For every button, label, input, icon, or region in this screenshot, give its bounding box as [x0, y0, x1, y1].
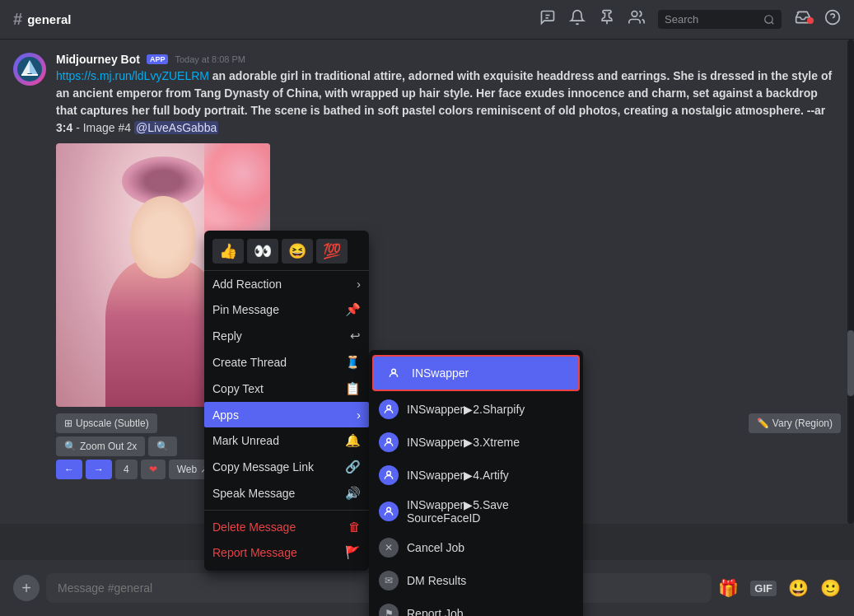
channel-name: # general	[13, 10, 71, 29]
context-copy-text[interactable]: Copy Text 📋	[204, 376, 369, 402]
add-reaction-arrow: ›	[357, 277, 361, 291]
heart-button[interactable]: ❤	[141, 460, 166, 479]
link-icon: 🔗	[345, 460, 361, 474]
submenu-inswapper-xtreme[interactable]: INSwapper▶3.Xtreme	[369, 426, 583, 459]
vary-region-icon: ✏️	[757, 418, 769, 429]
scrollbar[interactable]	[847, 40, 854, 524]
context-add-reaction[interactable]: Add Reaction ›	[204, 271, 369, 296]
help-icon[interactable]	[824, 9, 841, 30]
context-speak[interactable]: Speak Message 🔊	[204, 480, 369, 506]
submenu-dm-results[interactable]: ✉ DM Results	[369, 564, 583, 597]
report-message-label: Report Message	[212, 546, 345, 559]
upscale-subtle-icon: ⊞	[64, 418, 72, 429]
inbox-icon-wrap	[795, 9, 811, 30]
context-pin-message[interactable]: Pin Message 📌	[204, 296, 369, 323]
submenu-inswapper-savefaceid[interactable]: INSwapper▶5.Save SourceFaceID	[369, 492, 583, 531]
inswapper-xtreme-label: INSwapper▶3.Xtreme	[407, 436, 520, 449]
context-menu: 👍 👀 😆 💯 Add Reaction › Pin Message 📌 Rep…	[204, 231, 369, 571]
inswapper-icon	[384, 363, 404, 383]
speak-label: Speak Message	[212, 487, 345, 500]
mark-unread-label: Mark Unread	[212, 434, 345, 447]
upscale-subtle-button[interactable]: ⊞ Upscale (Subtle)	[56, 413, 157, 433]
reply-label: Reply	[212, 329, 350, 343]
vary-region-button[interactable]: ✏️ Vary (Region)	[749, 413, 841, 433]
message-link[interactable]: https://s.mj.run/ldLvyZUELRM	[56, 69, 209, 82]
zoom-out-button[interactable]: 🔍 Zoom Out 2x	[56, 436, 145, 456]
add-reaction-label: Add Reaction	[212, 278, 357, 291]
svg-point-3	[632, 12, 637, 17]
members-icon[interactable]	[628, 9, 645, 30]
context-divider	[204, 510, 369, 511]
bottom-icons: 🎁 GIF 😃 🙂	[718, 578, 841, 598]
message-text: https://s.mj.run/ldLvyZUELRM an adorable…	[56, 68, 841, 137]
svg-point-14	[387, 405, 391, 409]
submenu-inswapper[interactable]: INSwapper	[372, 355, 580, 391]
copy-text-label: Copy Text	[212, 382, 345, 395]
context-report-message[interactable]: Report Message 🚩	[204, 539, 369, 566]
reaction-laugh[interactable]: 😆	[282, 239, 313, 264]
apps-label: Apps	[212, 408, 357, 422]
app-badge: APP	[147, 54, 169, 64]
gif-icon[interactable]: GIF	[750, 581, 777, 596]
report-job-label: Report Job	[407, 607, 463, 616]
zoom-icon-small[interactable]: 🔍	[148, 436, 177, 456]
submenu-inswapper-artify[interactable]: INSwapper▶4.Artify	[369, 459, 583, 492]
submenu-report-job[interactable]: ⚑ Report Job	[369, 597, 583, 616]
cancel-job-icon: ✕	[379, 538, 399, 558]
inswapper-artify-icon	[379, 465, 399, 485]
context-apps[interactable]: Apps ›	[204, 402, 369, 427]
threads-icon[interactable]	[539, 9, 556, 30]
inswapper-savefaceid-icon	[379, 502, 399, 521]
reaction-100[interactable]: 💯	[316, 239, 348, 264]
gift-icon[interactable]: 🎁	[718, 578, 739, 598]
reply-icon: ↩	[350, 329, 361, 343]
timestamp: Today at 8:08 PM	[175, 54, 245, 64]
inswapper-label: INSwapper	[412, 366, 469, 380]
num-4-button[interactable]: 4	[115, 460, 138, 479]
sticker-icon[interactable]: 😃	[788, 578, 809, 598]
pin-icon-ctx: 📌	[345, 302, 361, 317]
context-copy-link[interactable]: Copy Message Link 🔗	[204, 454, 369, 480]
copy-icon: 📋	[345, 381, 361, 396]
cancel-job-label: Cancel Job	[407, 541, 464, 554]
pin-icon[interactable]	[599, 9, 615, 30]
reaction-bar: 👍 👀 😆 💯	[204, 236, 369, 271]
submenu: INSwapper INSwapper▶2.Sharpify INSwapper…	[369, 350, 583, 616]
search-label: Search	[665, 13, 758, 26]
context-delete[interactable]: Delete Message 🗑	[204, 514, 369, 539]
bell-icon[interactable]	[569, 9, 586, 30]
pin-message-label: Pin Message	[212, 303, 345, 316]
message-header: Midjourney Bot APP Today at 8:08 PM	[56, 53, 841, 66]
context-reply[interactable]: Reply ↩	[204, 323, 369, 349]
submenu-inswapper-sharpify[interactable]: INSwapper▶2.Sharpify	[369, 393, 583, 426]
copy-link-label: Copy Message Link	[212, 460, 345, 474]
context-create-thread[interactable]: Create Thread 🧵	[204, 349, 369, 376]
portrait-flowers	[204, 143, 270, 242]
reaction-thumbsup[interactable]: 👍	[212, 239, 244, 264]
thread-icon: 🧵	[345, 355, 361, 370]
mention: @LiveAsGabba	[134, 121, 218, 134]
report-job-icon: ⚑	[379, 604, 399, 616]
add-button[interactable]: +	[13, 575, 40, 601]
arrow-right-button[interactable]: →	[86, 460, 112, 479]
zoom-icon: 🔍	[64, 441, 77, 452]
web-label: Web	[177, 464, 197, 475]
search-bar[interactable]: Search	[658, 10, 782, 29]
mark-unread-icon: 🔔	[345, 433, 361, 448]
notification-dot	[807, 17, 814, 24]
emoji-icon[interactable]: 🙂	[820, 578, 841, 598]
zoom-label: Zoom Out 2x	[80, 441, 137, 452]
submenu-cancel-job[interactable]: ✕ Cancel Job	[369, 531, 583, 564]
create-thread-label: Create Thread	[212, 356, 345, 369]
arrow-left-button[interactable]: ←	[56, 460, 82, 479]
speak-icon: 🔊	[345, 486, 361, 501]
svg-line-5	[772, 21, 774, 24]
inswapper-xtreme-icon	[379, 432, 399, 452]
svg-point-13	[392, 369, 396, 373]
channel-label: general	[27, 12, 71, 26]
delete-icon: 🗑	[348, 520, 361, 534]
inswapper-sharpify-label: INSwapper▶2.Sharpify	[407, 403, 525, 416]
dm-results-icon: ✉	[379, 571, 399, 590]
reaction-eyes[interactable]: 👀	[247, 239, 278, 264]
context-mark-unread[interactable]: Mark Unread 🔔	[204, 427, 369, 454]
